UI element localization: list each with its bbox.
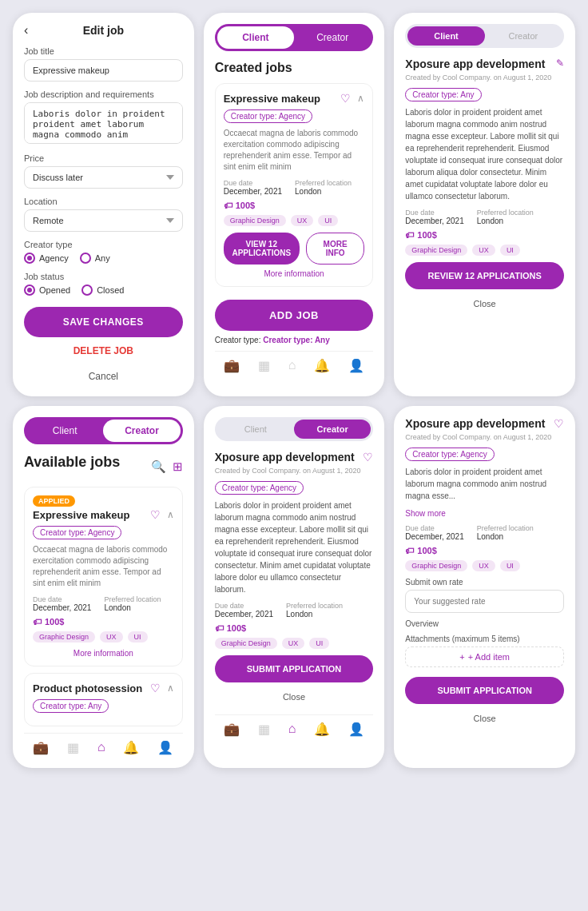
- price-label: Price: [24, 153, 183, 163]
- skill-tags: Graphic Design UX UI: [33, 631, 174, 642]
- nav-home-icon[interactable]: ⌂: [97, 740, 105, 755]
- nav-bell-icon[interactable]: 🔔: [314, 358, 330, 373]
- review-applications-button[interactable]: REVIEW 12 APPLICATIONS: [405, 262, 564, 289]
- location-label: Preferred location: [477, 209, 534, 217]
- nav-person-icon[interactable]: 👤: [348, 722, 364, 737]
- location-value: London: [477, 217, 534, 225]
- status-closed-option[interactable]: Closed: [81, 284, 124, 296]
- favorite-icon-2[interactable]: ♡: [150, 682, 161, 694]
- location-select[interactable]: Remote: [24, 209, 183, 232]
- job-item-2: Product photosession ♡ ∧ Creator type: A…: [24, 673, 183, 726]
- creator-type-badge: Creator type: Any: [405, 88, 481, 101]
- submit-rate-label: Submit own rate: [405, 578, 564, 587]
- skill-ux: UX: [282, 638, 305, 649]
- creator-agency-option[interactable]: Agency: [24, 253, 69, 264]
- save-changes-button[interactable]: SAVE CHANGES: [24, 307, 183, 337]
- close-button[interactable]: Close: [405, 707, 564, 730]
- header-row: ‹ Edit job: [24, 24, 183, 37]
- creator-any-option[interactable]: Any: [80, 253, 110, 264]
- price-tag: 🏷 100$: [224, 201, 365, 210]
- job-name: Expressive makeup: [33, 509, 129, 521]
- favorite-icon[interactable]: ♡: [340, 92, 351, 105]
- creator-type-badge: Creator type: Agency: [215, 481, 304, 495]
- job-name-2: Product photosession: [33, 682, 142, 694]
- due-date-value: December, 2021: [405, 217, 463, 225]
- submit-application-button[interactable]: SUBMIT APPLICATION: [215, 655, 374, 682]
- show-more-link[interactable]: Show more: [405, 509, 446, 518]
- nav-grid-icon[interactable]: ▦: [258, 722, 270, 737]
- location-label: Preferred location: [104, 595, 161, 603]
- skill-tags: Graphic Design UX UI: [215, 638, 374, 649]
- nav-briefcase-icon[interactable]: 💼: [224, 722, 240, 737]
- attachments-label: Attachments (maximum 5 items): [405, 635, 564, 643]
- nav-home-icon[interactable]: ⌂: [288, 722, 296, 737]
- price-tag: 🏷 100$: [405, 546, 564, 555]
- overview-label: Overview: [405, 619, 564, 628]
- tag-icon: 🏷: [215, 623, 224, 633]
- view-applications-button[interactable]: VIEW 12 APPLICATIONS: [224, 233, 300, 265]
- price-tag: 🏷 100$: [215, 623, 374, 633]
- tab-creator[interactable]: Creator: [294, 26, 371, 49]
- app-detail-client-card: Client Creator Xposure app development ✎…: [394, 13, 575, 396]
- submit-application-button[interactable]: SUBMIT APPLICATION: [405, 677, 564, 704]
- tab-creator-detail[interactable]: Creator: [485, 26, 562, 46]
- job-item-1: APPLIED Expressive makeup ♡ ∧ Creator ty…: [24, 487, 183, 666]
- add-job-button[interactable]: ADD JOB: [215, 300, 374, 331]
- tab-client[interactable]: Client: [26, 420, 103, 442]
- skill-ux: UX: [472, 560, 495, 571]
- closed-radio[interactable]: [81, 284, 93, 296]
- search-icon[interactable]: 🔍: [151, 459, 166, 474]
- filter-icon[interactable]: ⊞: [173, 459, 183, 474]
- add-item-button[interactable]: + + Add item: [405, 646, 564, 667]
- job-title-input[interactable]: [24, 59, 183, 82]
- nav-home-icon[interactable]: ⌂: [288, 358, 296, 373]
- app-description: Laboris dolor in proident proident amet …: [215, 499, 374, 595]
- tab-client-detail[interactable]: Client: [407, 26, 484, 46]
- due-date-label: Due date: [215, 602, 273, 610]
- tab-client[interactable]: Client: [217, 26, 294, 49]
- favorite-icon[interactable]: ♡: [150, 508, 161, 521]
- favorite-icon[interactable]: ♡: [363, 451, 373, 463]
- tab-client[interactable]: Client: [217, 420, 294, 439]
- location-value: London: [477, 532, 534, 541]
- collapse-icon[interactable]: ∧: [357, 93, 364, 104]
- more-information-link[interactable]: More information: [224, 269, 365, 278]
- nav-grid-icon[interactable]: ▦: [67, 740, 79, 755]
- app-title: Xposure app development: [405, 417, 554, 430]
- nav-briefcase-icon[interactable]: 💼: [33, 740, 49, 755]
- nav-bell-icon[interactable]: 🔔: [314, 722, 330, 737]
- main-tabs: Client Creator: [215, 24, 374, 51]
- edit-icon[interactable]: ✎: [556, 58, 564, 69]
- rate-input[interactable]: [405, 590, 564, 613]
- nav-person-icon[interactable]: 👤: [348, 358, 364, 373]
- due-date-label: Due date: [33, 595, 91, 603]
- back-icon[interactable]: ‹: [24, 23, 28, 38]
- nav-grid-icon[interactable]: ▦: [258, 358, 270, 373]
- plus-icon: +: [459, 652, 464, 662]
- close-button[interactable]: Close: [405, 292, 564, 315]
- app-subtitle: Created by Cool Company. on August 1, 20…: [405, 74, 564, 82]
- section-title: Available jobs: [24, 454, 120, 471]
- any-radio[interactable]: [80, 253, 91, 264]
- price-select[interactable]: Discuss later: [24, 166, 183, 189]
- delete-job-button[interactable]: DELETE JOB: [24, 337, 183, 364]
- app-description: Laboris dolor in proident proident amet …: [405, 466, 564, 502]
- skill-graphic: Graphic Design: [405, 560, 467, 571]
- desc-label: Job description and requirements: [24, 90, 183, 99]
- cancel-button[interactable]: Cancel: [24, 364, 183, 388]
- more-info-link[interactable]: More information: [33, 649, 174, 658]
- nav-person-icon[interactable]: 👤: [157, 740, 173, 755]
- collapse-icon[interactable]: ∧: [167, 509, 174, 520]
- desc-input[interactable]: Laboris dolor in proident proident amet …: [24, 102, 183, 144]
- close-button[interactable]: Close: [215, 686, 374, 708]
- collapse-icon-2[interactable]: ∧: [167, 682, 174, 694]
- tab-creator[interactable]: Creator: [103, 420, 180, 442]
- status-opened-option[interactable]: Opened: [24, 284, 70, 296]
- nav-bell-icon[interactable]: 🔔: [123, 740, 139, 755]
- tab-creator[interactable]: Creator: [294, 420, 371, 439]
- opened-radio[interactable]: [24, 284, 35, 296]
- favorite-icon[interactable]: ♡: [554, 417, 564, 430]
- nav-briefcase-icon[interactable]: 💼: [224, 358, 240, 373]
- more-info-button[interactable]: MORE INFO: [306, 233, 364, 265]
- agency-radio[interactable]: [24, 253, 35, 264]
